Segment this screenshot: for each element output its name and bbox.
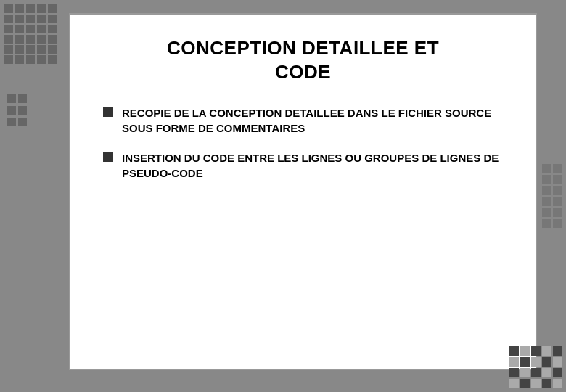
bullet-marker [103, 107, 113, 117]
right-side-decoration [542, 164, 562, 228]
bullet-list: RECOPIE DE LA CONCEPTION DETAILLEE DANS … [96, 105, 510, 181]
title-line2: CODE [275, 61, 331, 83]
bullet-text-2: INSERTION DU CODE ENTRE LES LIGNES OU GR… [122, 150, 510, 181]
slide-title: CONCEPTION DETAILLEE ET CODE [96, 36, 510, 83]
main-slide: CONCEPTION DETAILLEE ET CODE RECOPIE DE … [69, 13, 537, 370]
left-decorative-strip [0, 0, 65, 392]
bullet-text-1: RECOPIE DE LA CONCEPTION DETAILLEE DANS … [122, 105, 510, 136]
bullet-marker [103, 152, 113, 162]
list-item: RECOPIE DE LA CONCEPTION DETAILLEE DANS … [103, 105, 510, 136]
title-line1: CONCEPTION DETAILLEE ET [167, 37, 439, 59]
bottom-right-decoration [509, 346, 562, 388]
list-item: INSERTION DU CODE ENTRE LES LIGNES OU GR… [103, 150, 510, 181]
